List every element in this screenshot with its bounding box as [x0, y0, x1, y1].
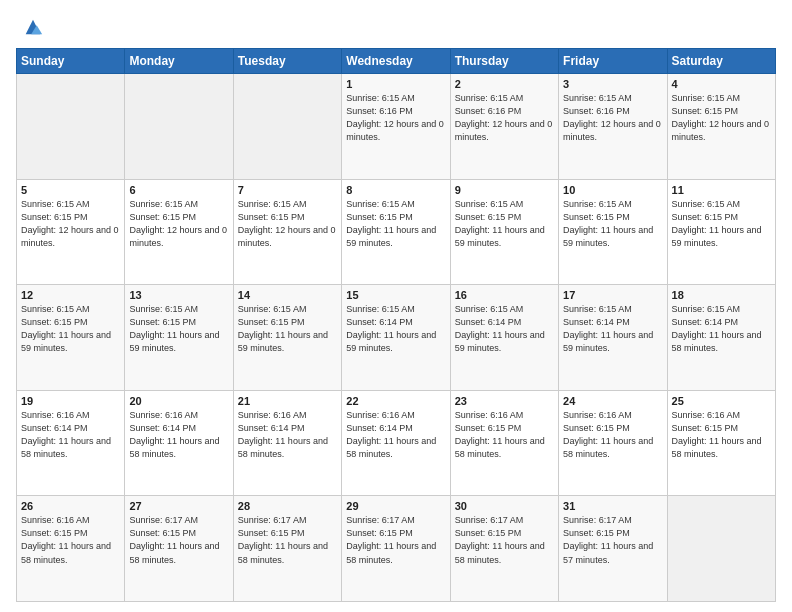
day-number: 26 [21, 500, 120, 512]
calendar-cell: 11Sunrise: 6:15 AMSunset: 6:15 PMDayligh… [667, 179, 775, 285]
day-info: Sunrise: 6:15 AMSunset: 6:15 PMDaylight:… [21, 198, 120, 250]
day-number: 25 [672, 395, 771, 407]
weekday-header-friday: Friday [559, 49, 667, 74]
day-number: 22 [346, 395, 445, 407]
day-number: 9 [455, 184, 554, 196]
day-number: 13 [129, 289, 228, 301]
weekday-header-saturday: Saturday [667, 49, 775, 74]
day-info: Sunrise: 6:15 AMSunset: 6:15 PMDaylight:… [672, 198, 771, 250]
day-number: 16 [455, 289, 554, 301]
calendar-cell: 1Sunrise: 6:15 AMSunset: 6:16 PMDaylight… [342, 74, 450, 180]
calendar-cell: 15Sunrise: 6:15 AMSunset: 6:14 PMDayligh… [342, 285, 450, 391]
calendar-cell: 2Sunrise: 6:15 AMSunset: 6:16 PMDaylight… [450, 74, 558, 180]
day-number: 14 [238, 289, 337, 301]
day-number: 23 [455, 395, 554, 407]
day-info: Sunrise: 6:17 AMSunset: 6:15 PMDaylight:… [455, 514, 554, 566]
day-info: Sunrise: 6:16 AMSunset: 6:15 PMDaylight:… [563, 409, 662, 461]
day-info: Sunrise: 6:15 AMSunset: 6:16 PMDaylight:… [563, 92, 662, 144]
day-number: 15 [346, 289, 445, 301]
calendar-cell: 25Sunrise: 6:16 AMSunset: 6:15 PMDayligh… [667, 390, 775, 496]
calendar-cell: 12Sunrise: 6:15 AMSunset: 6:15 PMDayligh… [17, 285, 125, 391]
day-number: 18 [672, 289, 771, 301]
day-info: Sunrise: 6:17 AMSunset: 6:15 PMDaylight:… [563, 514, 662, 566]
calendar-cell [17, 74, 125, 180]
day-number: 12 [21, 289, 120, 301]
day-number: 20 [129, 395, 228, 407]
day-number: 17 [563, 289, 662, 301]
day-number: 28 [238, 500, 337, 512]
calendar-cell [125, 74, 233, 180]
day-info: Sunrise: 6:15 AMSunset: 6:15 PMDaylight:… [21, 303, 120, 355]
day-info: Sunrise: 6:15 AMSunset: 6:14 PMDaylight:… [346, 303, 445, 355]
calendar-cell: 21Sunrise: 6:16 AMSunset: 6:14 PMDayligh… [233, 390, 341, 496]
calendar-cell: 31Sunrise: 6:17 AMSunset: 6:15 PMDayligh… [559, 496, 667, 602]
calendar-cell: 10Sunrise: 6:15 AMSunset: 6:15 PMDayligh… [559, 179, 667, 285]
day-info: Sunrise: 6:15 AMSunset: 6:15 PMDaylight:… [238, 303, 337, 355]
weekday-header-tuesday: Tuesday [233, 49, 341, 74]
week-row-4: 19Sunrise: 6:16 AMSunset: 6:14 PMDayligh… [17, 390, 776, 496]
week-row-2: 5Sunrise: 6:15 AMSunset: 6:15 PMDaylight… [17, 179, 776, 285]
day-number: 4 [672, 78, 771, 90]
calendar-cell: 26Sunrise: 6:16 AMSunset: 6:15 PMDayligh… [17, 496, 125, 602]
day-number: 7 [238, 184, 337, 196]
header [16, 16, 776, 38]
day-number: 5 [21, 184, 120, 196]
calendar-cell: 16Sunrise: 6:15 AMSunset: 6:14 PMDayligh… [450, 285, 558, 391]
day-info: Sunrise: 6:16 AMSunset: 6:14 PMDaylight:… [129, 409, 228, 461]
calendar-cell: 7Sunrise: 6:15 AMSunset: 6:15 PMDaylight… [233, 179, 341, 285]
day-number: 8 [346, 184, 445, 196]
day-number: 3 [563, 78, 662, 90]
day-info: Sunrise: 6:15 AMSunset: 6:16 PMDaylight:… [346, 92, 445, 144]
day-info: Sunrise: 6:15 AMSunset: 6:14 PMDaylight:… [455, 303, 554, 355]
calendar-cell [667, 496, 775, 602]
day-number: 30 [455, 500, 554, 512]
logo-icon [22, 16, 44, 38]
day-number: 29 [346, 500, 445, 512]
day-info: Sunrise: 6:15 AMSunset: 6:14 PMDaylight:… [563, 303, 662, 355]
week-row-5: 26Sunrise: 6:16 AMSunset: 6:15 PMDayligh… [17, 496, 776, 602]
calendar-cell: 29Sunrise: 6:17 AMSunset: 6:15 PMDayligh… [342, 496, 450, 602]
weekday-header-thursday: Thursday [450, 49, 558, 74]
day-info: Sunrise: 6:15 AMSunset: 6:15 PMDaylight:… [129, 198, 228, 250]
day-number: 19 [21, 395, 120, 407]
day-info: Sunrise: 6:17 AMSunset: 6:15 PMDaylight:… [129, 514, 228, 566]
weekday-header-monday: Monday [125, 49, 233, 74]
day-info: Sunrise: 6:15 AMSunset: 6:16 PMDaylight:… [455, 92, 554, 144]
calendar-cell: 27Sunrise: 6:17 AMSunset: 6:15 PMDayligh… [125, 496, 233, 602]
day-number: 10 [563, 184, 662, 196]
day-info: Sunrise: 6:15 AMSunset: 6:15 PMDaylight:… [238, 198, 337, 250]
calendar-cell: 20Sunrise: 6:16 AMSunset: 6:14 PMDayligh… [125, 390, 233, 496]
day-info: Sunrise: 6:16 AMSunset: 6:15 PMDaylight:… [672, 409, 771, 461]
day-info: Sunrise: 6:16 AMSunset: 6:15 PMDaylight:… [21, 514, 120, 566]
calendar-cell: 8Sunrise: 6:15 AMSunset: 6:15 PMDaylight… [342, 179, 450, 285]
day-number: 31 [563, 500, 662, 512]
calendar-cell: 3Sunrise: 6:15 AMSunset: 6:16 PMDaylight… [559, 74, 667, 180]
day-info: Sunrise: 6:15 AMSunset: 6:15 PMDaylight:… [563, 198, 662, 250]
calendar-cell: 23Sunrise: 6:16 AMSunset: 6:15 PMDayligh… [450, 390, 558, 496]
day-info: Sunrise: 6:17 AMSunset: 6:15 PMDaylight:… [238, 514, 337, 566]
day-info: Sunrise: 6:15 AMSunset: 6:15 PMDaylight:… [672, 92, 771, 144]
calendar-cell: 6Sunrise: 6:15 AMSunset: 6:15 PMDaylight… [125, 179, 233, 285]
calendar-cell: 22Sunrise: 6:16 AMSunset: 6:14 PMDayligh… [342, 390, 450, 496]
calendar-table: SundayMondayTuesdayWednesdayThursdayFrid… [16, 48, 776, 602]
day-number: 21 [238, 395, 337, 407]
weekday-header-wednesday: Wednesday [342, 49, 450, 74]
day-info: Sunrise: 6:16 AMSunset: 6:14 PMDaylight:… [346, 409, 445, 461]
calendar-cell: 24Sunrise: 6:16 AMSunset: 6:15 PMDayligh… [559, 390, 667, 496]
calendar-cell: 14Sunrise: 6:15 AMSunset: 6:15 PMDayligh… [233, 285, 341, 391]
day-number: 27 [129, 500, 228, 512]
calendar-cell: 4Sunrise: 6:15 AMSunset: 6:15 PMDaylight… [667, 74, 775, 180]
day-number: 24 [563, 395, 662, 407]
week-row-1: 1Sunrise: 6:15 AMSunset: 6:16 PMDaylight… [17, 74, 776, 180]
calendar-cell: 13Sunrise: 6:15 AMSunset: 6:15 PMDayligh… [125, 285, 233, 391]
calendar-cell: 5Sunrise: 6:15 AMSunset: 6:15 PMDaylight… [17, 179, 125, 285]
weekday-header-sunday: Sunday [17, 49, 125, 74]
day-info: Sunrise: 6:16 AMSunset: 6:14 PMDaylight:… [238, 409, 337, 461]
day-info: Sunrise: 6:15 AMSunset: 6:15 PMDaylight:… [455, 198, 554, 250]
day-info: Sunrise: 6:15 AMSunset: 6:14 PMDaylight:… [672, 303, 771, 355]
calendar-cell: 9Sunrise: 6:15 AMSunset: 6:15 PMDaylight… [450, 179, 558, 285]
calendar-cell: 28Sunrise: 6:17 AMSunset: 6:15 PMDayligh… [233, 496, 341, 602]
day-info: Sunrise: 6:16 AMSunset: 6:15 PMDaylight:… [455, 409, 554, 461]
week-row-3: 12Sunrise: 6:15 AMSunset: 6:15 PMDayligh… [17, 285, 776, 391]
day-number: 1 [346, 78, 445, 90]
